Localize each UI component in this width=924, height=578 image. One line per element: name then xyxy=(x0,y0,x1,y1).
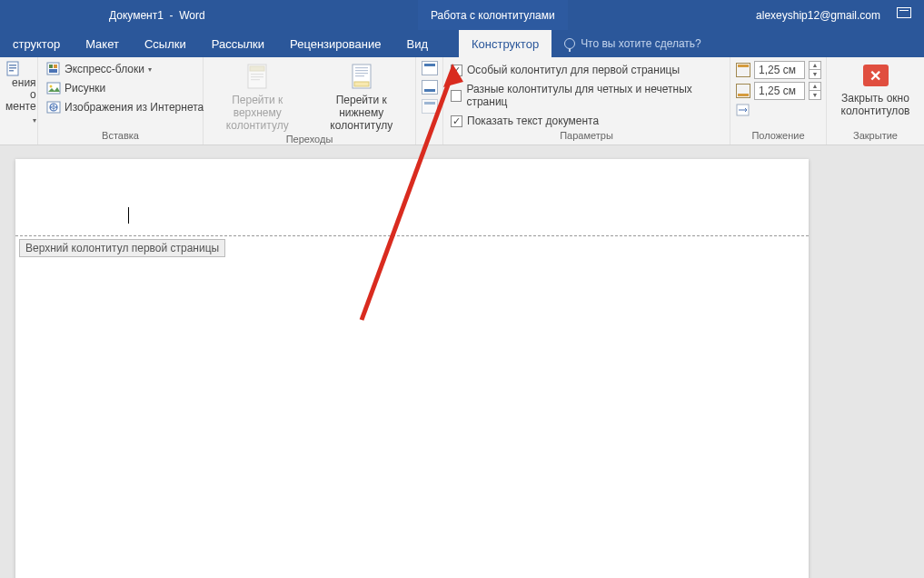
svg-rect-22 xyxy=(355,75,364,76)
group-position: 1,25 см ▲▼ 1,25 см ▲▼ Положение xyxy=(730,57,827,144)
svg-rect-15 xyxy=(251,76,263,77)
document-area: Верхний колонтитул первой страницы xyxy=(0,145,924,578)
goto-footer-button[interactable]: Перейти к нижнемуколонтитулу xyxy=(313,61,411,132)
doc-name: Документ1 xyxy=(109,9,164,22)
picture-icon xyxy=(46,81,61,95)
title-bar: Документ1 - Word Работа с колонтитулами … xyxy=(0,0,924,30)
group-navigation-extra xyxy=(416,57,443,144)
spin-down-icon[interactable]: ▼ xyxy=(809,91,821,100)
checkbox-icon xyxy=(451,65,462,76)
text-cursor xyxy=(128,207,129,224)
pictures-button[interactable]: Рисунки xyxy=(44,80,206,96)
document-info-icon xyxy=(5,61,22,77)
footer-from-bottom-value[interactable]: 1,25 см xyxy=(754,82,805,100)
svg-rect-6 xyxy=(54,65,57,68)
insert-alignment-tab-icon[interactable] xyxy=(736,103,750,117)
header-section-tag: Верхний колонтитул первой страницы xyxy=(19,239,225,257)
online-pictures-button[interactable]: Изображения из Интернета xyxy=(44,99,206,115)
group-docinfo-partial: ения о менте ▾ xyxy=(0,57,38,144)
group-label-position: Положение xyxy=(736,128,820,143)
checkbox-icon xyxy=(451,90,462,102)
footer-from-bottom-spinner[interactable]: 1,25 см ▲▼ xyxy=(736,82,821,100)
tab-references[interactable]: Ссылки xyxy=(132,30,199,57)
checkbox-icon xyxy=(451,115,462,127)
svg-rect-20 xyxy=(355,70,368,71)
svg-rect-19 xyxy=(355,67,368,68)
tab-designer-partial[interactable]: структор xyxy=(0,30,73,57)
svg-rect-7 xyxy=(49,69,57,73)
header-boundary-line xyxy=(15,235,809,236)
close-icon: ✕ xyxy=(863,65,889,86)
group-label-navigation: Переходы xyxy=(209,132,410,146)
close-header-footer-button[interactable]: ✕ Закрыть окноколонтитулов xyxy=(835,61,917,117)
page-header-icon xyxy=(243,63,272,90)
svg-rect-14 xyxy=(251,74,263,75)
show-document-text-checkbox[interactable]: Показать текст документа xyxy=(449,114,724,128)
contextual-tab-label: Работа с колонтитулами xyxy=(418,0,568,30)
svg-rect-16 xyxy=(251,79,260,80)
next-section-icon[interactable] xyxy=(422,80,438,95)
header-position-icon xyxy=(736,63,750,77)
tell-me-placeholder: Что вы хотите сделать? xyxy=(581,37,701,50)
group-navigation: Перейти к верхнемуколонтитулу Перейти к … xyxy=(204,57,416,144)
link-previous-icon xyxy=(422,99,438,114)
different-odd-even-checkbox[interactable]: Разные колонтитулы для четных и нечетных… xyxy=(449,82,724,109)
tab-header-footer-design[interactable]: Конструктор xyxy=(459,30,551,57)
header-from-top-spinner[interactable]: 1,25 см ▲▼ xyxy=(736,61,821,79)
svg-rect-13 xyxy=(250,66,264,71)
svg-rect-8 xyxy=(47,83,60,94)
tell-me-search[interactable]: Что вы хотите сделать? xyxy=(551,30,714,57)
tab-view[interactable]: Вид xyxy=(393,30,441,57)
svg-rect-4 xyxy=(47,63,59,75)
footer-position-icon xyxy=(736,84,750,98)
online-picture-icon xyxy=(46,100,61,115)
group-label-options: Параметры xyxy=(449,128,724,143)
header-from-top-value[interactable]: 1,25 см xyxy=(754,61,805,79)
chevron-down-icon: ▾ xyxy=(33,116,36,125)
lightbulb-icon xyxy=(564,38,575,49)
page-footer-icon xyxy=(347,63,376,90)
app-name: Word xyxy=(179,9,204,22)
svg-rect-2 xyxy=(9,67,16,69)
group-close: ✕ Закрыть окноколонтитулов Закрытие xyxy=(827,57,924,144)
tabs-row: структор Макет Ссылки Рассылки Рецензиро… xyxy=(0,30,924,57)
window-title: Документ1 - Word xyxy=(109,9,205,22)
tab-layout[interactable]: Макет xyxy=(73,30,132,57)
docinfo-line2: менте xyxy=(5,100,36,113)
group-label-close: Закрытие xyxy=(832,128,919,143)
group-insert: Экспресс-блоки ▾ Рисунки Изображения из … xyxy=(38,57,204,144)
quick-parts-button[interactable]: Экспресс-блоки ▾ xyxy=(44,61,206,77)
ribbon-display-options-icon[interactable] xyxy=(897,7,911,18)
spin-up-icon[interactable]: ▲ xyxy=(809,82,821,91)
page[interactable]: Верхний колонтитул первой страницы xyxy=(15,159,809,578)
svg-rect-21 xyxy=(355,73,368,74)
spin-down-icon[interactable]: ▼ xyxy=(809,70,821,79)
svg-rect-5 xyxy=(49,65,53,68)
tab-review[interactable]: Рецензирование xyxy=(277,30,393,57)
previous-section-icon[interactable] xyxy=(422,61,438,75)
svg-point-9 xyxy=(50,85,53,88)
goto-header-button: Перейти к верхнемуколонтитулу xyxy=(209,61,306,132)
svg-rect-3 xyxy=(9,70,14,72)
group-options: Особый колонтитул для первой страницы Ра… xyxy=(443,57,730,144)
svg-rect-1 xyxy=(9,65,16,66)
docinfo-line1: ения о xyxy=(5,77,36,101)
different-first-page-checkbox[interactable]: Особый колонтитул для первой страницы xyxy=(449,63,724,77)
ribbon: ения о менте ▾ Экспресс-блоки ▾ Рисунки … xyxy=(0,57,924,145)
group-label-insert: Вставка xyxy=(44,128,197,143)
user-email[interactable]: alexeyship12@gmail.com xyxy=(756,9,880,22)
tab-mailings[interactable]: Рассылки xyxy=(199,30,277,57)
svg-rect-18 xyxy=(354,82,369,86)
chevron-down-icon: ▾ xyxy=(148,65,152,74)
quick-parts-icon xyxy=(46,62,61,76)
spin-up-icon[interactable]: ▲ xyxy=(809,61,821,70)
